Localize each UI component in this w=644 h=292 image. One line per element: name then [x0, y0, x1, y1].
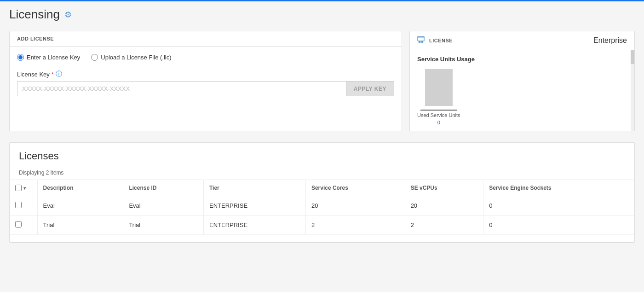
add-license-panel: ADD LICENSE Enter a License Key Upload a…: [9, 31, 402, 131]
bar-label: Used Service Units: [417, 112, 460, 118]
row-description: Trial: [37, 216, 123, 235]
page-container: Licensing ⚙ ADD LICENSE Enter a License …: [0, 0, 644, 250]
row-service-cores: 2: [305, 216, 405, 235]
row-tier: ENTERPRISE: [203, 196, 305, 216]
bar-underline: [420, 110, 457, 111]
scrollbar-track[interactable]: [631, 50, 634, 131]
top-panels: ADD LICENSE Enter a License Key Upload a…: [9, 31, 635, 131]
license-info-panel: LICENSE Enterprise Service Units Usage U…: [409, 31, 635, 131]
license-key-input[interactable]: [17, 81, 346, 96]
radio-enter-key-input[interactable]: [17, 54, 24, 61]
license-key-label: License Key * ⓘ: [17, 70, 394, 78]
th-se-vcpus: SE vCPUs: [405, 180, 483, 196]
radio-upload-file-input[interactable]: [91, 54, 98, 61]
table-row: Eval Eval ENTERPRISE 20 20 0: [10, 196, 634, 216]
row-checkbox-1[interactable]: [15, 221, 22, 228]
bar-container: Used Service Units 0: [417, 69, 460, 125]
top-progress-bar: [0, 0, 644, 1]
license-info-header: LICENSE Enterprise: [410, 31, 634, 50]
row-checkbox-cell: [10, 216, 37, 235]
radio-upload-file-label: Upload a License File (.lic): [101, 54, 171, 61]
licenses-section: Licenses Displaying 2 items ▾ Descriptio…: [9, 142, 635, 243]
page-title: Licensing: [9, 7, 60, 22]
license-key-field-group: License Key * ⓘ APPLY KEY: [17, 70, 394, 96]
header-checkbox-area: ▾: [15, 185, 32, 191]
licenses-title: Licenses: [10, 143, 634, 166]
svg-rect-2: [421, 41, 423, 43]
row-license-id: Trial: [123, 216, 204, 235]
svg-rect-1: [419, 41, 420, 43]
row-service-engine-sockets: 0: [483, 196, 634, 216]
th-license-id: License ID: [123, 180, 204, 196]
radio-enter-key[interactable]: Enter a License Key: [17, 54, 80, 61]
service-units-chart: Used Service Units 0: [417, 70, 627, 125]
row-tier: ENTERPRISE: [203, 216, 305, 235]
enterprise-label: Enterprise: [593, 36, 627, 45]
gear-icon[interactable]: ⚙: [64, 10, 72, 20]
radio-enter-key-label: Enter a License Key: [27, 54, 80, 61]
bar-value: 0: [437, 120, 440, 125]
licenses-tbody: Eval Eval ENTERPRISE 20 20 0 Trial Trial…: [10, 196, 634, 235]
table-header-row: ▾ Description License ID Tier: [10, 180, 634, 196]
license-info-scroll-area: Service Units Usage Used Service Units 0: [410, 50, 634, 131]
service-units-title: Service Units Usage: [417, 56, 627, 63]
license-info-content: Service Units Usage Used Service Units 0: [410, 50, 634, 131]
radio-group: Enter a License Key Upload a License Fil…: [17, 54, 394, 61]
th-service-engine-sockets: Service Engine Sockets: [483, 180, 634, 196]
th-tier: Tier: [203, 180, 305, 196]
th-checkbox: ▾: [10, 180, 37, 196]
radio-upload-file[interactable]: Upload a License File (.lic): [91, 54, 171, 61]
th-service-cores: Service Cores: [305, 180, 405, 196]
license-icon: [417, 36, 426, 45]
required-star: *: [52, 71, 54, 78]
license-header-left: LICENSE: [417, 36, 453, 45]
used-service-units-bar: [425, 69, 453, 106]
row-checkbox-cell: [10, 196, 37, 216]
row-license-id: Eval: [123, 196, 204, 216]
licenses-table: ▾ Description License ID Tier: [10, 180, 634, 235]
row-se-vcpus: 20: [405, 196, 483, 216]
svg-rect-0: [418, 36, 424, 41]
th-description: Description: [37, 180, 123, 196]
licenses-table-container: ▾ Description License ID Tier: [10, 180, 634, 235]
chevron-down-icon[interactable]: ▾: [23, 186, 26, 191]
info-icon[interactable]: ⓘ: [56, 70, 62, 78]
row-se-vcpus: 2: [405, 216, 483, 235]
scrollbar-thumb[interactable]: [631, 50, 634, 64]
add-license-body: Enter a License Key Upload a License Fil…: [10, 47, 402, 104]
table-row: Trial Trial ENTERPRISE 2 2 0: [10, 216, 634, 235]
row-description: Eval: [37, 196, 123, 216]
displaying-text: Displaying 2 items: [10, 166, 634, 180]
license-key-input-row: APPLY KEY: [17, 81, 394, 96]
page-title-area: Licensing ⚙: [9, 7, 635, 22]
row-service-engine-sockets: 0: [483, 216, 634, 235]
row-checkbox-0[interactable]: [15, 202, 22, 208]
add-license-header: ADD LICENSE: [10, 31, 402, 47]
apply-key-button[interactable]: APPLY KEY: [346, 81, 394, 96]
select-all-checkbox[interactable]: [15, 185, 22, 191]
row-service-cores: 20: [305, 196, 405, 216]
